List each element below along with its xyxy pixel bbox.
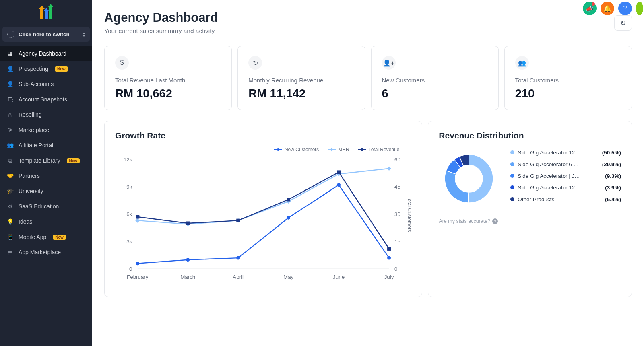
- svg-text:May: May: [283, 274, 294, 280]
- notifications-button[interactable]: 🔔: [601, 2, 614, 15]
- account-switcher[interactable]: Click here to switch ▴▾: [2, 27, 90, 42]
- legend-total-revenue[interactable]: Total Revenue: [358, 147, 400, 152]
- grid-icon: ▦: [6, 50, 14, 57]
- avatar-partial[interactable]: [636, 2, 643, 15]
- nav-label: Marketplace: [19, 127, 49, 133]
- chevron-up-down-icon: ▴▾: [83, 31, 85, 37]
- svg-text:February: February: [127, 274, 149, 280]
- grad-icon: 🎓: [6, 187, 14, 195]
- question-icon: ?: [623, 5, 627, 12]
- nav-label: Reselling: [19, 111, 42, 118]
- kpi-label: New Customers: [382, 77, 488, 84]
- legend-mrr[interactable]: MRR: [328, 147, 349, 152]
- nav-label: Sub-Accounts: [19, 81, 54, 87]
- nav-label: Affiliate Portal: [19, 142, 53, 148]
- sidebar-item-account-snapshots[interactable]: 🖼 Account Snapshots: [0, 92, 92, 107]
- svg-rect-33: [287, 198, 290, 202]
- kpi-label: Total Revenue Last Month: [115, 77, 221, 84]
- sidebar-item-marketplace[interactable]: 🛍 Marketplace: [0, 122, 92, 138]
- legend-color-dot: [510, 185, 514, 189]
- legend-new-customers[interactable]: New Customers: [274, 147, 319, 152]
- kpi-value: 6: [382, 87, 488, 100]
- legend-label: Side Gig Accelerator 12…: [518, 185, 580, 191]
- sidebar-item-prospecting[interactable]: 👤 Prospecting New: [0, 61, 92, 76]
- svg-text:9k: 9k: [126, 184, 132, 190]
- help-button[interactable]: ?: [618, 2, 632, 15]
- gear-cube-icon: ⚙: [6, 203, 14, 210]
- kpi-value: RM 11,142: [248, 87, 354, 100]
- revenue-legend-item[interactable]: Side Gig Accelerator 12… (3.9%): [510, 185, 621, 191]
- svg-point-23: [387, 256, 391, 260]
- sidebar-item-ideas[interactable]: 💡 Ideas: [0, 214, 92, 229]
- kpi-icon: ↻: [248, 56, 262, 70]
- svg-text:April: April: [233, 274, 244, 280]
- image-icon: 🖼: [6, 96, 14, 103]
- svg-rect-30: [136, 215, 139, 219]
- revenue-distribution-title: Revenue Distribution: [439, 131, 621, 140]
- nav-label: Agency Dashboard: [19, 50, 66, 57]
- user-search-icon: 👤: [6, 65, 14, 72]
- kpi-total-customers: 👥 Total Customers 210: [504, 46, 632, 110]
- nav-label: University: [19, 188, 43, 194]
- svg-rect-24: [135, 218, 140, 223]
- sidebar-item-mobile-app[interactable]: 📱 Mobile App New: [0, 229, 92, 245]
- nav-label: Account Snapshots: [19, 96, 67, 103]
- svg-text:30: 30: [394, 211, 400, 217]
- announcements-button[interactable]: 📣: [583, 2, 597, 15]
- legend-label: Side Gig Accelerator 12…: [518, 150, 580, 156]
- phone-icon: 📱: [6, 233, 14, 241]
- nav-label: App Marketplace: [19, 249, 61, 255]
- sidebar-item-affiliate-portal[interactable]: 👥 Affiliate Portal: [0, 138, 92, 153]
- sidebar-item-university[interactable]: 🎓 University: [0, 183, 92, 199]
- logo: [0, 0, 92, 24]
- new-badge: New: [55, 66, 68, 72]
- svg-point-21: [287, 216, 290, 220]
- sidebar-item-saas-education[interactable]: ⚙ SaaS Education: [0, 199, 92, 214]
- legend-color-dot: [510, 150, 514, 154]
- svg-text:12k: 12k: [124, 157, 132, 163]
- svg-text:Total Customers: Total Customers: [407, 196, 411, 232]
- revenue-distribution-panel: Revenue Distribution Side Gig Accelerato…: [428, 121, 632, 297]
- svg-text:15: 15: [394, 239, 400, 245]
- nodes-icon: ⋔: [6, 111, 14, 118]
- apps-icon: ▤: [6, 249, 14, 256]
- svg-rect-31: [186, 221, 190, 225]
- revenue-legend-item[interactable]: Other Products (6.4%): [510, 196, 621, 202]
- stats-accuracy-link[interactable]: Are my stats accurate? ?: [439, 218, 621, 224]
- cubes-icon: ⧉: [6, 157, 14, 164]
- kpi-value: RM 10,662: [115, 87, 221, 100]
- sidebar-item-template-library[interactable]: ⧉ Template Library New: [0, 153, 92, 168]
- revenue-legend-item[interactable]: Side Gig Accelerator | J… (9.3%): [510, 173, 621, 179]
- kpi-row: $ Total Revenue Last Month RM 10,662↻ Mo…: [104, 46, 632, 110]
- bell-icon: 🔔: [603, 5, 611, 12]
- svg-point-18: [136, 262, 139, 265]
- legend-percent: (9.3%): [605, 173, 621, 179]
- kpi-icon: $: [115, 56, 129, 70]
- top-actions: 📣 🔔 ?: [583, 2, 644, 15]
- svg-point-22: [337, 183, 341, 187]
- nav-label: Prospecting: [19, 66, 48, 72]
- revenue-donut-chart: [439, 148, 499, 209]
- legend-percent: (50.5%): [602, 150, 621, 156]
- user-icon: 👤: [6, 80, 14, 88]
- legend-label: Side Gig Accelerator 6 …: [518, 161, 579, 167]
- sidebar-item-agency-dashboard[interactable]: ▦ Agency Dashboard: [0, 46, 92, 61]
- revenue-legend-item[interactable]: Side Gig Accelerator 6 … (29.9%): [510, 161, 621, 167]
- sidebar-item-partners[interactable]: 🤝 Partners: [0, 168, 92, 183]
- growth-legend: New Customers MRR Total Revenue: [115, 147, 411, 152]
- svg-text:6k: 6k: [126, 211, 132, 217]
- sidebar-item-app-marketplace[interactable]: ▤ App Marketplace: [0, 245, 92, 260]
- svg-text:60: 60: [394, 157, 400, 163]
- sidebar: Click here to switch ▴▾ ▦ Agency Dashboa…: [0, 0, 92, 346]
- growth-rate-title: Growth Rate: [115, 131, 411, 140]
- revenue-legend-item[interactable]: Side Gig Accelerator 12… (50.5%): [510, 150, 621, 156]
- switcher-icon: [7, 31, 14, 38]
- nav-label: Ideas: [19, 218, 32, 225]
- sidebar-item-reselling[interactable]: ⋔ Reselling: [0, 107, 92, 122]
- svg-rect-32: [236, 219, 240, 222]
- sidebar-item-sub-accounts[interactable]: 👤 Sub-Accounts: [0, 76, 92, 92]
- nav-label: Template Library: [19, 157, 60, 164]
- kpi-value: 210: [515, 87, 621, 100]
- svg-text:3k: 3k: [126, 239, 132, 245]
- legend-color-dot: [510, 197, 514, 201]
